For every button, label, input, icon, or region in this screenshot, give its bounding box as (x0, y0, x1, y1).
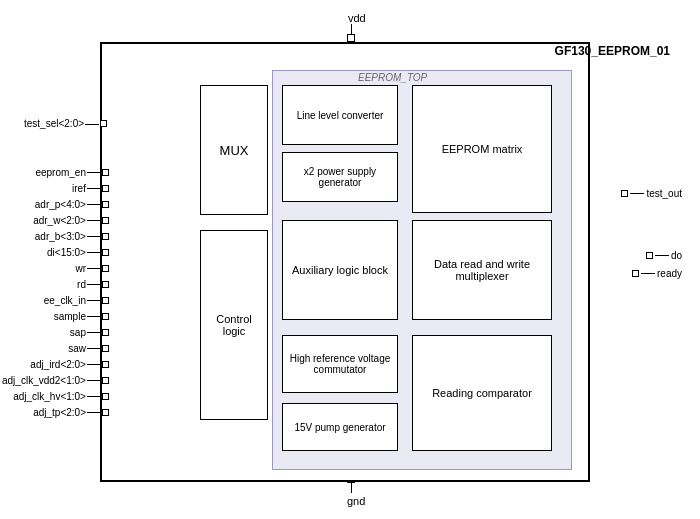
reading-comp-box: Reading comparator (412, 335, 552, 451)
adr-w-label: adr_w<2:0> (33, 215, 86, 226)
adr-w-sq (102, 217, 109, 224)
di-sq (102, 249, 109, 256)
data-rw-box: Data read and write multiplexer (412, 220, 552, 320)
mux-label: MUX (220, 143, 249, 158)
eeprom-top-label: EEPROM_TOP (358, 72, 427, 83)
do-group: do (646, 250, 682, 261)
saw-sq (102, 345, 109, 352)
di-label: di<15:0> (47, 247, 86, 258)
data-rw-label: Data read and write multiplexer (417, 258, 547, 282)
control-logic-box: Control logic (200, 230, 268, 420)
sample-label: sample (54, 311, 86, 322)
signal-row-eeprom-en: eeprom_en (2, 165, 109, 180)
do-sq (646, 252, 653, 259)
adj-tp-sq (102, 409, 109, 416)
reading-comp-label: Reading comparator (432, 387, 532, 399)
signal-row-adj-ird: adj_ird<2:0> (2, 357, 109, 372)
adj-clk-vdd2-sq (102, 377, 109, 384)
signal-row-iref: iref (2, 181, 109, 196)
gnd-label: gnd (347, 495, 365, 507)
signal-row-di: di<15:0> (2, 245, 109, 260)
adr-p-sq (102, 201, 109, 208)
do-label: do (671, 250, 682, 261)
saw-label: saw (68, 343, 86, 354)
eeprom-matrix-box: EEPROM matrix (412, 85, 552, 213)
signal-row-sample: sample (2, 309, 109, 324)
wr-sq (102, 265, 109, 272)
signal-row-adj-clk-vdd2: adj_clk_vdd2<1:0> (2, 373, 109, 388)
signal-row-wr: wr (2, 261, 109, 276)
iref-label: iref (72, 183, 86, 194)
adj-tp-label: adj_tp<2:0> (33, 407, 86, 418)
aux-logic-label: Auxiliary logic block (292, 264, 388, 276)
ee-clk-sq (102, 297, 109, 304)
adr-p-label: adr_p<4:0> (35, 199, 86, 210)
rd-label: rd (77, 279, 86, 290)
adr-b-label: adr_b<3:0> (35, 231, 86, 242)
sample-sq (102, 313, 109, 320)
aux-logic-box: Auxiliary logic block (282, 220, 398, 320)
pump-box: 15V pump generator (282, 403, 398, 451)
adj-clk-hv-label: adj_clk_hv<1:0> (13, 391, 86, 402)
left-signal-group: eeprom_en iref adr_p<4:0> adr_w<2:0> adr… (2, 165, 109, 420)
signal-row-sap: sap (2, 325, 109, 340)
iref-sq (102, 185, 109, 192)
signal-row-adr-p: adr_p<4:0> (2, 197, 109, 212)
test-sel-square (100, 120, 107, 127)
power-supply-box: x2 power supply generator (282, 152, 398, 202)
test-out-sq (621, 190, 628, 197)
signal-row-adr-b: adr_b<3:0> (2, 229, 109, 244)
test-sel-group: test_sel<2:0> (24, 118, 107, 129)
signal-row-adj-clk-hv: adj_clk_hv<1:0> (2, 389, 109, 404)
signal-row-rd: rd (2, 277, 109, 292)
ready-group: ready (632, 268, 682, 279)
vdd-label: vdd (348, 12, 366, 24)
signal-row-saw: saw (2, 341, 109, 356)
ready-sq (632, 270, 639, 277)
test-sel-line (85, 124, 99, 125)
pump-label: 15V pump generator (294, 422, 385, 433)
adj-clk-vdd2-label: adj_clk_vdd2<1:0> (2, 375, 86, 386)
test-sel-label: test_sel<2:0> (24, 118, 84, 129)
diagram-title: GF130_EEPROM_01 (555, 44, 670, 58)
mux-box: MUX (200, 85, 268, 215)
line-level-label: Line level converter (297, 110, 384, 121)
line-level-converter-box: Line level converter (282, 85, 398, 145)
test-out-group: test_out (621, 188, 682, 199)
high-ref-label: High reference voltage commutator (285, 353, 395, 375)
eeprom-en-label: eeprom_en (35, 167, 86, 178)
signal-row-adj-tp: adj_tp<2:0> (2, 405, 109, 420)
rd-sq (102, 281, 109, 288)
sap-label: sap (70, 327, 86, 338)
high-ref-box: High reference voltage commutator (282, 335, 398, 393)
wr-label: wr (75, 263, 86, 274)
power-supply-label: x2 power supply generator (285, 166, 395, 188)
adj-clk-hv-sq (102, 393, 109, 400)
signal-row-ee-clk: ee_clk_in (2, 293, 109, 308)
diagram-container: vdd gnd GF130_EEPROM_01 EEPROM_TOP MUX C… (0, 10, 700, 509)
vdd-square (347, 34, 355, 42)
test-out-label: test_out (646, 188, 682, 199)
eeprom-en-sq (102, 169, 109, 176)
adj-ird-sq (102, 361, 109, 368)
control-logic-label: Control logic (205, 313, 263, 337)
sap-sq (102, 329, 109, 336)
signal-row-adr-w: adr_w<2:0> (2, 213, 109, 228)
ee-clk-label: ee_clk_in (44, 295, 86, 306)
ready-label: ready (657, 268, 682, 279)
adr-b-sq (102, 233, 109, 240)
eeprom-matrix-label: EEPROM matrix (442, 143, 523, 155)
adj-ird-label: adj_ird<2:0> (30, 359, 86, 370)
